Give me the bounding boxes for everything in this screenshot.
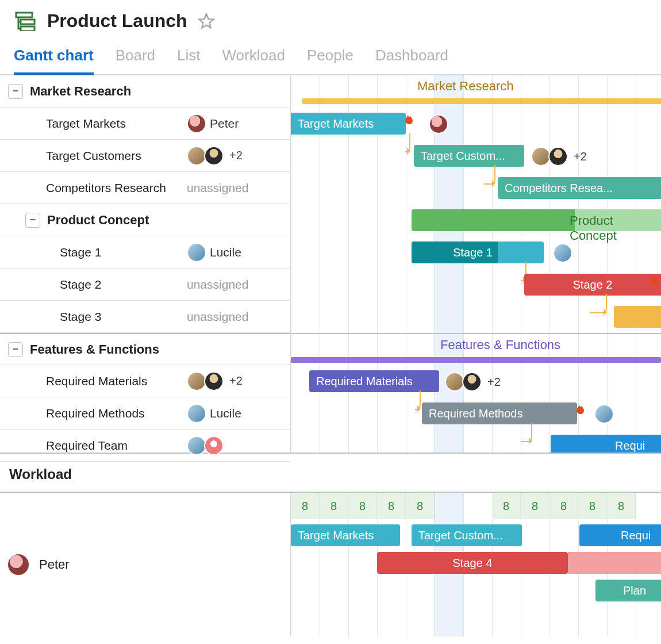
group-name: Features & Functions — [30, 342, 290, 357]
workload-bar[interactable]: Plan — [595, 580, 661, 601]
workload-bar[interactable]: Target Custom... — [412, 524, 522, 546]
avatar-icon — [204, 146, 224, 166]
task-assignees[interactable] — [187, 436, 290, 455]
task-bar-label: Required Materials — [316, 375, 413, 388]
capacity-cell: 8 — [320, 493, 348, 519]
workload-bar[interactable]: Stage 4 — [377, 552, 568, 574]
page-header: Product Launch — [0, 0, 661, 36]
task-name: Required Methods — [46, 407, 180, 420]
assignee-text: unassigned — [187, 181, 248, 195]
capacity-cell: 8 — [549, 493, 578, 519]
group-row-product-concept[interactable]: − Product Concept — [0, 204, 290, 236]
gantt-task-row: Required Materials +2 — [291, 365, 661, 397]
gantt-task-row: Requi — [291, 430, 661, 453]
group-row-market-research[interactable]: − Market Research — [0, 75, 290, 108]
task-bar-label: Competitors Resea... — [505, 182, 613, 195]
task-row[interactable]: Target Customers +2 — [0, 140, 290, 172]
bar-trail — [553, 243, 572, 263]
task-assignees[interactable]: +2 — [187, 146, 290, 166]
gantt-task-row — [291, 301, 661, 333]
task-row[interactable]: Target Markets Peter — [0, 108, 290, 140]
task-assignees[interactable]: Peter — [187, 114, 290, 133]
task-bar-label: Target Custom... — [421, 150, 505, 163]
group-name: Product Concept — [47, 213, 290, 228]
task-bar[interactable]: Requi — [551, 435, 661, 453]
capacity-cell: 8 — [607, 493, 636, 519]
gantt-group-row: Product Concept — [291, 204, 661, 236]
avatar-icon — [7, 553, 30, 576]
task-assignees[interactable]: Lucile — [187, 243, 290, 262]
extra-count: +2 — [229, 374, 243, 388]
task-assignees[interactable]: unassigned — [187, 310, 290, 324]
group-bar[interactable] — [302, 98, 661, 104]
assignee-text: Lucile — [210, 246, 241, 259]
task-bar[interactable] — [614, 306, 661, 328]
group-bar[interactable] — [291, 357, 661, 363]
tab-list[interactable]: List — [177, 47, 200, 74]
gantt-task-row: Target Markets — [291, 108, 661, 140]
tab-people[interactable]: People — [307, 47, 353, 74]
task-row[interactable]: Required Methods Lucile — [0, 397, 290, 430]
group-bar-label: Market Research — [417, 79, 514, 94]
workload-bar-label: Target Markets — [298, 529, 374, 542]
gantt-task-row: Competitors Resea... — [291, 172, 661, 204]
task-bar[interactable]: Stage 2 — [524, 274, 661, 296]
view-tabs: Gantt chart Board List Workload People D… — [0, 36, 661, 75]
group-bar-label: Features & Functions — [440, 338, 560, 352]
avatar-icon — [548, 147, 568, 166]
task-name: Stage 3 — [60, 310, 180, 324]
capacity-row: 8 8 8 8 8 8 8 8 8 8 — [291, 493, 661, 519]
tab-gantt-chart[interactable]: Gantt chart — [14, 47, 94, 75]
collapse-icon[interactable]: − — [8, 342, 23, 357]
tab-board[interactable]: Board — [116, 47, 155, 74]
page-title: Product Launch — [47, 10, 187, 32]
task-row[interactable]: Stage 2 unassigned — [0, 269, 290, 301]
task-assignees[interactable]: unassigned — [187, 278, 290, 292]
workload-person-row[interactable]: Peter — [0, 493, 291, 637]
tab-workload[interactable]: Workload — [222, 47, 285, 74]
task-name: Target Customers — [46, 149, 180, 163]
task-bar[interactable]: Required Materials — [309, 370, 439, 392]
task-name: Target Markets — [46, 117, 180, 131]
avatar-icon — [462, 372, 482, 392]
capacity-cell: 8 — [521, 493, 549, 519]
gantt-task-row: Stage 1 — [291, 236, 661, 269]
task-bar[interactable]: Target Markets — [291, 113, 406, 135]
group-row-features-functions[interactable]: − Features & Functions — [0, 333, 290, 365]
workload-section: Peter 8 8 8 8 8 8 8 8 8 8 Target Markets… — [0, 492, 661, 637]
avatar-icon — [531, 147, 551, 166]
task-bar[interactable]: Stage 1 — [412, 241, 544, 263]
task-assignees[interactable]: unassigned — [187, 181, 290, 195]
gantt-task-row: Required Methods — [291, 397, 661, 430]
workload-chart[interactable]: 8 8 8 8 8 8 8 8 8 8 Target Markets Targe… — [291, 493, 661, 637]
workload-bar[interactable]: Requi — [579, 524, 661, 546]
task-row[interactable]: Required Team — [0, 430, 290, 462]
task-bar[interactable]: Required Methods — [422, 402, 577, 424]
workload-person-name: Peter — [39, 557, 70, 572]
workload-bar[interactable]: Target Markets — [291, 524, 400, 546]
task-row[interactable]: Required Materials +2 — [0, 365, 290, 397]
gantt-group-row: Features & Functions — [291, 333, 661, 365]
group-name: Market Research — [30, 84, 290, 99]
avatar-icon — [187, 404, 206, 423]
collapse-icon[interactable]: − — [8, 84, 23, 99]
task-bar-label: Stage 1 — [453, 246, 493, 259]
avatar-icon — [429, 114, 448, 134]
task-bar[interactable]: Competitors Resea... — [498, 177, 661, 199]
workload-bar-tail[interactable] — [568, 552, 661, 574]
capacity-cell: 8 — [578, 493, 607, 519]
task-assignees[interactable]: Lucile — [187, 404, 290, 423]
assignee-text: unassigned — [187, 278, 248, 292]
task-row[interactable]: Stage 1 Lucile — [0, 236, 290, 269]
tab-dashboard[interactable]: Dashboard — [375, 47, 448, 74]
collapse-icon[interactable]: − — [25, 213, 40, 228]
gantt-chart-panel[interactable]: Market Research Target Markets Target Cu… — [291, 75, 661, 453]
gantt-main: − Market Research Target Markets Peter T… — [0, 75, 661, 454]
task-row[interactable]: Competitors Research unassigned — [0, 172, 290, 204]
task-assignees[interactable]: +2 — [187, 371, 290, 391]
gantt-group-row: Market Research — [291, 75, 661, 108]
capacity-gap — [435, 493, 492, 519]
task-row[interactable]: Stage 3 unassigned — [0, 301, 290, 333]
task-bar[interactable]: Target Custom... — [414, 145, 524, 167]
favorite-star-icon[interactable] — [198, 13, 215, 30]
